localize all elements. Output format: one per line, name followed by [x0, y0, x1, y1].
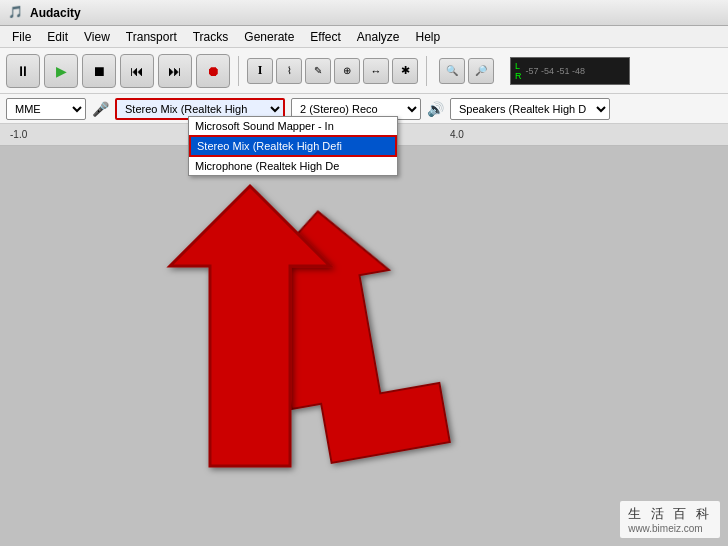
toolbar-separator-2 [426, 56, 427, 86]
tools-group: I ⌇ ✎ ⊕ ↔ ✱ [247, 58, 418, 84]
watermark-line1: 生 活 百 科 [628, 505, 712, 523]
vu-lr-label: LR [515, 61, 522, 81]
main-area: 生 活 百 科 www.bimeiz.com [0, 146, 728, 546]
menu-item-tracks[interactable]: Tracks [185, 28, 237, 46]
dropdown-item-microphone[interactable]: Microphone (Realtek High De [189, 157, 397, 175]
dropdown-item-mapper[interactable]: Microsoft Sound Mapper - In [189, 117, 397, 135]
app-icon: 🎵 [8, 5, 24, 21]
watermark: 生 活 百 科 www.bimeiz.com [620, 501, 720, 538]
menu-item-file[interactable]: File [4, 28, 39, 46]
skip-back-button[interactable]: ⏮ [120, 54, 154, 88]
ruler-tick-neg1: -1.0 [10, 129, 27, 140]
draw-tool-button[interactable]: ✎ [305, 58, 331, 84]
menu-item-help[interactable]: Help [408, 28, 449, 46]
selection-tool-button[interactable]: I [247, 58, 273, 84]
menu-item-view[interactable]: View [76, 28, 118, 46]
output-device-select[interactable]: Speakers (Realtek High D [450, 98, 610, 120]
record-button[interactable]: ⏺ [196, 54, 230, 88]
extra-tools: 🔍 🔎 [439, 58, 494, 84]
transport-controls: ⏸ ▶ ⏹ ⏮ ⏭ ⏺ [6, 54, 230, 88]
play-button[interactable]: ▶ [44, 54, 78, 88]
skip-forward-button[interactable]: ⏭ [158, 54, 192, 88]
menu-item-effect[interactable]: Effect [302, 28, 348, 46]
menu-bar: FileEditViewTransportTracksGenerateEffec… [0, 26, 728, 48]
toolbar-separator-1 [238, 56, 239, 86]
menu-item-generate[interactable]: Generate [236, 28, 302, 46]
pause-button[interactable]: ⏸ [6, 54, 40, 88]
app-title: Audacity [30, 6, 81, 20]
red-arrow [140, 176, 560, 496]
mic-icon: 🎤 [92, 101, 109, 117]
zoom-tool-button[interactable]: ⊕ [334, 58, 360, 84]
device-bar: MME 🎤 Stereo Mix (Realtek High 2 (Stereo… [0, 94, 728, 124]
menu-item-analyze[interactable]: Analyze [349, 28, 408, 46]
multi-tool-button[interactable]: ✱ [392, 58, 418, 84]
host-select[interactable]: MME [6, 98, 86, 120]
zoom-out-button[interactable]: 🔎 [468, 58, 494, 84]
menu-item-edit[interactable]: Edit [39, 28, 76, 46]
stop-button[interactable]: ⏹ [82, 54, 116, 88]
watermark-line2: www.bimeiz.com [628, 523, 712, 534]
ruler-tick-4: 4.0 [450, 129, 464, 140]
envelope-tool-button[interactable]: ⌇ [276, 58, 302, 84]
zoom-in-button[interactable]: 🔍 [439, 58, 465, 84]
dropdown-item-stereo-mix[interactable]: Stereo Mix (Realtek High Defi [189, 135, 397, 157]
timeshift-tool-button[interactable]: ↔ [363, 58, 389, 84]
title-bar: 🎵 Audacity [0, 0, 728, 26]
vu-values: -57 -54 -51 -48 [526, 66, 586, 76]
input-device-dropdown[interactable]: Microsoft Sound Mapper - In Stereo Mix (… [188, 116, 398, 176]
vu-meter: LR -57 -54 -51 -48 [510, 57, 630, 85]
toolbar: ⏸ ▶ ⏹ ⏮ ⏭ ⏺ I ⌇ ✎ ⊕ ↔ ✱ 🔍 🔎 LR -57 -54 -… [0, 48, 728, 94]
speaker-icon: 🔊 [427, 101, 444, 117]
menu-item-transport[interactable]: Transport [118, 28, 185, 46]
